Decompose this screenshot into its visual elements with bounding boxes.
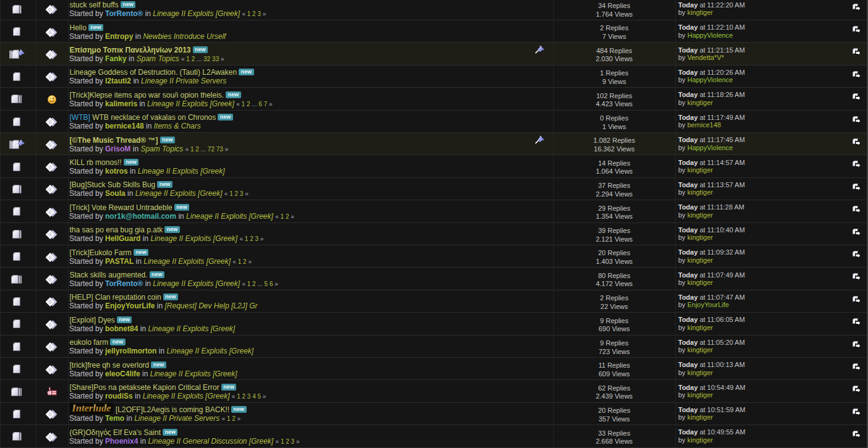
svg-text:Interlude: Interlude [71,403,111,414]
